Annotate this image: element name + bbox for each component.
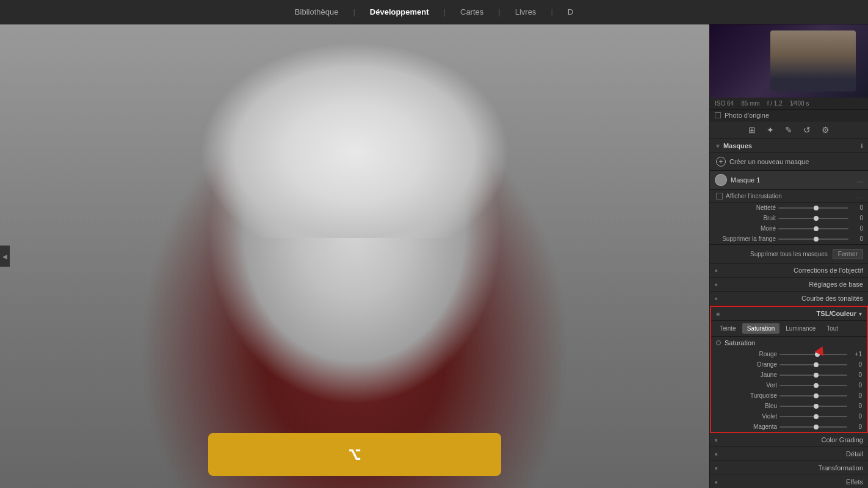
nettete-label: Netteté	[715, 204, 776, 211]
camera-preview	[710, 24, 868, 98]
bleu-label: Bleu	[716, 403, 777, 409]
afficher-checkbox[interactable]	[716, 193, 723, 199]
bruit-label: Bruit	[715, 215, 776, 221]
toolbar-icons: ⊞ ✦ ✎ ↺ ⚙	[710, 121, 868, 139]
moire-row: Moiré 0	[710, 223, 868, 234]
tab-teinte[interactable]: Teinte	[715, 323, 741, 334]
nettete-thumb[interactable]	[814, 206, 819, 210]
nav-cartes[interactable]: Cartes	[460, 7, 483, 16]
masques-info-icon[interactable]: ℹ	[861, 143, 863, 149]
detail-panel[interactable]: ■ Détail	[710, 447, 868, 461]
nav-bibliotheque[interactable]: Bibliothèque	[295, 7, 339, 16]
nav-livres[interactable]: Livres	[515, 7, 537, 16]
color-grading-panel[interactable]: ■ Color Grading	[710, 433, 868, 447]
left-panel-toggle[interactable]: ◀	[0, 246, 10, 267]
vert-track[interactable]	[779, 385, 847, 386]
meta-bar: ISO 64 85 mm f / 1,2 1⁄400 s	[710, 98, 868, 110]
add-mask-button[interactable]: + Créer un nouveau masque	[710, 153, 868, 171]
courbe-tonalites-panel[interactable]: ■ Courbe des tonalités	[710, 292, 868, 306]
camera-preview-person	[770, 30, 856, 92]
photo-origine-checkbox[interactable]	[715, 112, 721, 118]
vert-label: Vert	[716, 382, 777, 389]
effets-panel[interactable]: ■ Effets	[710, 475, 868, 488]
moire-thumb[interactable]	[814, 226, 819, 231]
violet-thumb[interactable]	[814, 414, 819, 419]
iso-value: ISO 64	[715, 100, 734, 107]
afficher-incrustation-row[interactable]: Afficher l'incrustation ...	[710, 190, 868, 203]
reglages-base-panel[interactable]: ■ Réglages de base	[710, 278, 868, 292]
violet-value: 0	[850, 413, 862, 420]
supprimer-frange-track[interactable]	[778, 239, 848, 240]
turquoise-label: Turquoise	[716, 392, 777, 399]
tab-saturation[interactable]: Saturation	[742, 323, 780, 334]
transformation-panel[interactable]: ■ Transformation	[710, 461, 868, 475]
rouge-thumb[interactable]	[815, 352, 820, 357]
corrections-label: Corrections de l'objectif	[720, 267, 863, 274]
nettete-track[interactable]	[778, 207, 848, 209]
bruit-row: Bruit 0	[710, 213, 868, 223]
rouge-slider-row: Rouge+1	[711, 349, 867, 359]
orange-thumb[interactable]	[814, 362, 819, 367]
magenta-track[interactable]	[779, 426, 847, 428]
vert-thumb[interactable]	[814, 383, 819, 388]
settings-icon[interactable]: ⚙	[819, 124, 832, 136]
nettete-value: 0	[851, 204, 863, 211]
color-sliders: Rouge+1Orange0Jaune0Vert0Turquoise0Bleu0…	[711, 349, 867, 432]
mask-thumbnail	[715, 174, 727, 186]
nav-more[interactable]: D	[568, 7, 573, 16]
grid-icon[interactable]: ⊞	[746, 124, 758, 136]
turquoise-value: 0	[850, 392, 862, 399]
violet-slider-row: Violet0	[711, 411, 867, 422]
jaune-track[interactable]	[779, 375, 847, 376]
saturation-title: Saturation	[725, 339, 862, 346]
turquoise-track[interactable]	[779, 395, 847, 396]
hat-overlay	[172, 24, 538, 238]
corrections-objectif-panel[interactable]: ■ Corrections de l'objectif	[710, 264, 868, 278]
right-panel: ISO 64 85 mm f / 1,2 1⁄400 s Photo d'ori…	[709, 24, 868, 488]
bleu-thumb[interactable]	[814, 404, 819, 409]
tab-tout[interactable]: Tout	[822, 323, 843, 334]
jaune-thumb[interactable]	[814, 373, 819, 378]
rouge-track[interactable]	[779, 354, 847, 355]
pencil-icon[interactable]: ✎	[783, 124, 795, 136]
courbe-toggle-icon: ■	[715, 296, 718, 301]
saturation-header: Saturation	[711, 337, 867, 349]
key-symbol: ⌥	[348, 442, 361, 467]
moire-value: 0	[851, 225, 863, 232]
effets-label: Effets	[720, 478, 863, 486]
tsl-header[interactable]: ■ TSL/Couleur ▾	[711, 307, 867, 321]
photo-origine-bar[interactable]: Photo d'origine	[710, 110, 868, 121]
orange-track[interactable]	[779, 364, 847, 365]
moire-track[interactable]	[778, 228, 848, 229]
masques-header[interactable]: ▼ Masques ℹ	[710, 139, 868, 153]
transformation-toggle-icon: ■	[715, 465, 718, 471]
supprimer-frange-label: Supprimer la frange	[715, 235, 776, 242]
rouge-label: Rouge	[716, 351, 777, 357]
supprimer-masques-button[interactable]: Supprimer tous les masques	[750, 251, 828, 257]
moire-label: Moiré	[715, 225, 776, 232]
turquoise-thumb[interactable]	[814, 393, 819, 398]
violet-track[interactable]	[779, 416, 847, 417]
afficher-dots-icon[interactable]: ...	[856, 192, 862, 199]
magenta-thumb[interactable]	[814, 425, 819, 429]
masques-toggle: ▼	[715, 143, 721, 149]
transformation-label: Transformation	[720, 464, 863, 472]
nav-developpement[interactable]: Développement	[370, 7, 429, 16]
rouge-value: +1	[850, 351, 862, 357]
photo-background	[0, 24, 709, 488]
mask-item-1[interactable]: Masque 1 ...	[710, 171, 868, 190]
refresh-icon[interactable]: ↺	[801, 124, 813, 136]
turquoise-slider-row: Turquoise0	[711, 390, 867, 401]
bruit-track[interactable]	[778, 218, 848, 219]
mask-options-icon[interactable]: ...	[857, 176, 863, 184]
tab-luminance[interactable]: Luminance	[781, 323, 820, 334]
masques-title: Masques	[723, 142, 858, 149]
exposure-value: 1⁄400 s	[790, 100, 809, 107]
fermer-button[interactable]: Fermer	[833, 249, 863, 259]
jaune-label: Jaune	[716, 371, 777, 378]
supprimer-frange-thumb[interactable]	[814, 237, 819, 242]
tsl-tabs: Teinte Saturation Luminance Tout	[711, 321, 867, 337]
bruit-thumb[interactable]	[814, 216, 819, 221]
bleu-track[interactable]	[779, 406, 847, 407]
star-icon[interactable]: ✦	[764, 124, 776, 136]
